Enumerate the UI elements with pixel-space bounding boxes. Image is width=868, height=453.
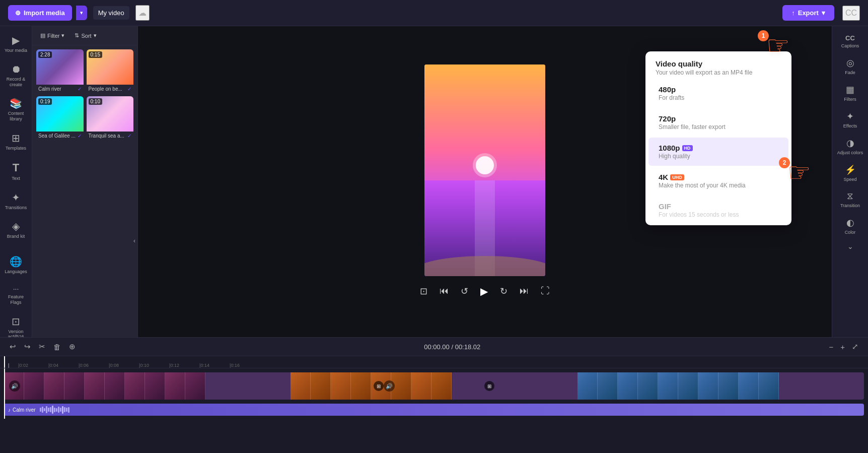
timeline-ruler: | |0:02 |0:04 |0:06 |0:08 |0:10 |0:12 |0… [0,356,868,368]
chevron-down-icon[interactable]: ⌄ [847,242,853,250]
track-frame [331,372,351,400]
sidebar-item-content-library[interactable]: 📚 Content library [2,93,30,126]
captions-toggle-button[interactable]: ⊡ [418,284,429,299]
forward-button[interactable]: ↻ [498,284,510,299]
quality-label-720p: 720p [659,114,778,123]
right-item-speed[interactable]: ⚡ Speed [835,160,865,186]
sidebar-item-languages[interactable]: 🌐 Languages [2,251,30,279]
duration-badge: 0:19 [38,98,52,105]
fit-timeline-button[interactable]: ⤢ [850,341,860,353]
cloud-icon[interactable]: ☁ [135,5,150,21]
sort-button[interactable]: ⇅ Sort ▾ [71,30,99,41]
tab-my-video[interactable]: My video [93,6,129,20]
feature-flags-icon: ··· [13,285,19,293]
cursor-badge-1: 1 [758,30,769,41]
quality-option-480p[interactable]: 480p For drafts [648,79,788,107]
delete-button[interactable]: 🗑 [52,341,62,353]
check-icon: ✓ [78,86,82,92]
sidebar-item-your-media[interactable]: ▶ Your media [2,30,30,57]
canvas-area: ⊡ ⏮ ↺ ▶ ↻ ⏭ ⛶ Video quality Your video w… [138,26,832,337]
redo-button[interactable]: ↪ [23,341,32,353]
import-icon: ⊕ [15,9,21,17]
quality-option-4k[interactable]: 4K UHD Make the most of your 4K media [648,167,788,195]
quality-option-gif[interactable]: GIF For videos 15 seconds or less [648,196,788,224]
audio-track[interactable]: ♪ Calm river [4,404,864,416]
track-frame [125,372,145,400]
rewind-button[interactable]: ↺ [459,284,470,299]
track-frame [24,372,44,400]
duration-badge: 0:10 [89,98,102,105]
quality-option-720p[interactable]: 720p Smaller file, faster export [648,108,788,137]
skip-back-button[interactable]: ⏮ [438,284,451,298]
quality-desc-gif: For videos 15 seconds or less [659,211,778,218]
sidebar-item-label: Content library [4,111,28,122]
right-item-label: Color [845,230,856,235]
export-button[interactable]: ↑ Export ▾ [782,5,834,21]
sidebar-item-brand-kit[interactable]: ◈ Brand kit [2,216,30,243]
sidebar-item-record[interactable]: ⏺ Record & create [2,59,30,92]
right-item-transition[interactable]: ⧖ Transition [835,187,865,212]
export-arrow-icon: ↑ [791,9,795,17]
skip-forward-button[interactable]: ⏭ [518,284,531,298]
transitions-icon: ✦ [12,191,20,204]
volume-icon-2[interactable]: 🔊 [384,380,395,392]
right-item-captions[interactable]: CC Captions [835,30,865,52]
right-item-label: Adjust colors [837,150,863,155]
right-item-label: Speed [843,177,856,182]
hd-badge: HD [682,145,693,151]
check-icon: ✓ [127,86,131,92]
track-frames-left [4,372,291,400]
media-item-galilee[interactable]: 0:19 Sea of Galilee ... ✓ [36,96,84,140]
music-icon: ♪ [8,407,11,413]
split-marker-right[interactable]: ⊞ [484,381,494,391]
media-title: Sea of Galilee ... ✓ [36,132,84,140]
filter-button[interactable]: ▤ Filter ▾ [37,30,67,41]
sidebar-item-feature-flags[interactable]: ··· Feature Flags [2,281,30,309]
right-item-adjust-colors[interactable]: ◑ Adjust colors [835,134,865,159]
sidebar-item-version[interactable]: ⊡ Version ac5f516 [2,311,30,337]
quality-option-1080p[interactable]: 1080p HD High quality [648,138,788,166]
add-to-timeline-button[interactable]: ⊕ [67,341,77,353]
right-item-label: Captions [841,43,859,48]
right-item-effects[interactable]: ✦ Effects [835,107,865,133]
svg-point-2 [473,153,497,177]
speed-icon: ⚡ [845,164,856,175]
sidebar-item-text[interactable]: T Text [2,157,30,185]
track-frames-middle [291,372,577,400]
video-frame [424,64,545,276]
zoom-in-button[interactable]: + [839,341,846,353]
quality-label-480p: 480p [659,85,778,94]
captions-icon[interactable]: CC [842,6,860,21]
cut-button[interactable]: ✂ [37,341,47,353]
right-item-fade[interactable]: ◎ Fade [835,53,865,79]
video-preview [424,64,545,276]
import-media-button[interactable]: ⊕ Import media [8,5,72,21]
zoom-out-button[interactable]: − [827,341,835,353]
quality-label-gif: GIF [659,202,778,211]
quality-desc-480p: For drafts [659,94,778,101]
video-content [424,64,545,276]
quality-desc-1080p: High quality [659,153,778,160]
split-marker-left[interactable]: ⊞ [374,381,384,391]
track-frame [718,372,739,400]
collapse-panel-button[interactable]: ‹ [131,233,137,248]
sidebar-item-transitions[interactable]: ✦ Transitions [2,187,30,215]
sidebar-item-templates[interactable]: ⊞ Templates [2,128,30,155]
video-track[interactable]: 🔊 ⊞ 🔊 [4,372,864,400]
track-frame [311,372,331,400]
check-icon: ✓ [127,133,131,139]
media-item-people[interactable]: 0:15 People on be... ✓ [87,49,134,93]
volume-icon[interactable]: 🔊 [9,380,20,392]
media-title: People on be... ✓ [87,85,134,93]
undo-button[interactable]: ↩ [8,341,18,353]
media-item-tranquil[interactable]: 0:10 Tranquil sea a... ✓ [87,96,134,140]
play-button[interactable]: ▶ [478,283,490,299]
import-dropdown-arrow[interactable]: ▾ [76,6,87,20]
quality-subtitle: Your video will export as an MP4 file [656,69,781,76]
media-item-calm-river[interactable]: 2:28 Calm river ✓ [36,49,84,93]
right-item-filters[interactable]: ▦ Filters [835,80,865,106]
record-icon: ⏺ [11,63,21,75]
ruler-mark: |0:06 [68,363,99,368]
fullscreen-button[interactable]: ⛶ [539,284,552,298]
right-item-color[interactable]: ◐ Color [835,213,865,239]
